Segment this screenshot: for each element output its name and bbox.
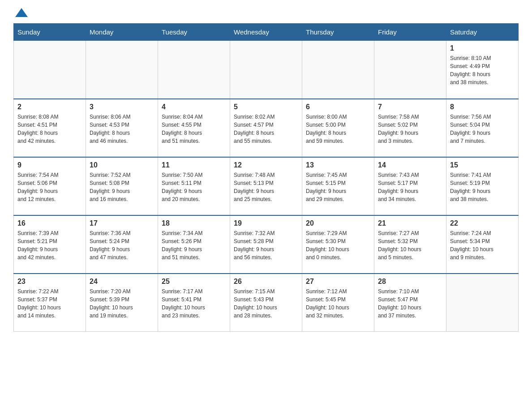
col-friday: Friday	[374, 24, 446, 41]
calendar-cell: 26Sunrise: 7:15 AM Sunset: 5:43 PM Dayli…	[230, 274, 302, 332]
calendar-cell: 4Sunrise: 8:04 AM Sunset: 4:55 PM Daylig…	[158, 99, 230, 157]
day-number: 25	[162, 278, 226, 286]
logo-triangle-icon	[15, 8, 28, 17]
calendar-cell: 10Sunrise: 7:52 AM Sunset: 5:08 PM Dayli…	[86, 157, 158, 215]
logo	[13, 9, 28, 19]
day-info: Sunrise: 7:36 AM Sunset: 5:24 PM Dayligh…	[90, 229, 154, 261]
calendar-week-row: 9Sunrise: 7:54 AM Sunset: 5:06 PM Daylig…	[14, 157, 519, 215]
day-number: 17	[90, 219, 154, 227]
col-thursday: Thursday	[302, 24, 374, 41]
calendar-cell: 6Sunrise: 8:00 AM Sunset: 5:00 PM Daylig…	[302, 99, 374, 157]
day-info: Sunrise: 7:22 AM Sunset: 5:37 PM Dayligh…	[17, 287, 82, 320]
calendar-week-row: 2Sunrise: 8:08 AM Sunset: 4:51 PM Daylig…	[14, 99, 519, 157]
day-info: Sunrise: 8:06 AM Sunset: 4:53 PM Dayligh…	[90, 113, 154, 145]
day-info: Sunrise: 7:58 AM Sunset: 5:02 PM Dayligh…	[378, 113, 442, 145]
day-number: 24	[90, 278, 154, 286]
page-header	[13, 9, 519, 19]
day-number: 9	[17, 161, 82, 169]
day-number: 18	[162, 219, 226, 227]
calendar-cell: 16Sunrise: 7:39 AM Sunset: 5:21 PM Dayli…	[14, 215, 86, 274]
day-info: Sunrise: 7:52 AM Sunset: 5:08 PM Dayligh…	[90, 171, 154, 203]
day-info: Sunrise: 8:04 AM Sunset: 4:55 PM Dayligh…	[162, 113, 226, 145]
calendar-cell: 17Sunrise: 7:36 AM Sunset: 5:24 PM Dayli…	[86, 215, 158, 274]
calendar-week-row: 1Sunrise: 8:10 AM Sunset: 4:49 PM Daylig…	[14, 41, 519, 99]
day-info: Sunrise: 7:32 AM Sunset: 5:28 PM Dayligh…	[234, 229, 298, 261]
day-info: Sunrise: 8:08 AM Sunset: 4:51 PM Dayligh…	[17, 113, 82, 145]
calendar-cell: 25Sunrise: 7:17 AM Sunset: 5:41 PM Dayli…	[158, 274, 230, 332]
calendar-cell: 5Sunrise: 8:02 AM Sunset: 4:57 PM Daylig…	[230, 99, 302, 157]
day-info: Sunrise: 7:24 AM Sunset: 5:34 PM Dayligh…	[450, 229, 515, 261]
day-number: 27	[306, 278, 370, 286]
day-number: 23	[17, 278, 82, 286]
day-info: Sunrise: 7:41 AM Sunset: 5:19 PM Dayligh…	[450, 171, 515, 203]
day-number: 14	[378, 161, 442, 169]
calendar-cell: 11Sunrise: 7:50 AM Sunset: 5:11 PM Dayli…	[158, 157, 230, 215]
calendar-cell: 27Sunrise: 7:12 AM Sunset: 5:45 PM Dayli…	[302, 274, 374, 332]
day-number: 10	[90, 161, 154, 169]
day-number: 7	[378, 103, 442, 111]
day-number: 28	[378, 278, 442, 286]
day-number: 21	[378, 219, 442, 227]
calendar-cell	[374, 41, 446, 99]
col-tuesday: Tuesday	[158, 24, 230, 41]
day-info: Sunrise: 7:29 AM Sunset: 5:30 PM Dayligh…	[306, 229, 370, 261]
day-info: Sunrise: 8:02 AM Sunset: 4:57 PM Dayligh…	[234, 113, 298, 145]
day-info: Sunrise: 7:56 AM Sunset: 5:04 PM Dayligh…	[450, 113, 515, 145]
day-info: Sunrise: 7:10 AM Sunset: 5:47 PM Dayligh…	[378, 287, 442, 320]
col-monday: Monday	[86, 24, 158, 41]
day-number: 1	[450, 44, 515, 52]
col-saturday: Saturday	[446, 24, 519, 41]
day-number: 26	[234, 278, 298, 286]
calendar-cell: 18Sunrise: 7:34 AM Sunset: 5:26 PM Dayli…	[158, 215, 230, 274]
calendar-cell: 1Sunrise: 8:10 AM Sunset: 4:49 PM Daylig…	[446, 41, 519, 99]
day-number: 13	[306, 161, 370, 169]
calendar-cell: 9Sunrise: 7:54 AM Sunset: 5:06 PM Daylig…	[14, 157, 86, 215]
calendar-cell: 23Sunrise: 7:22 AM Sunset: 5:37 PM Dayli…	[14, 274, 86, 332]
calendar-cell: 24Sunrise: 7:20 AM Sunset: 5:39 PM Dayli…	[86, 274, 158, 332]
calendar-cell: 15Sunrise: 7:41 AM Sunset: 5:19 PM Dayli…	[446, 157, 519, 215]
day-info: Sunrise: 7:45 AM Sunset: 5:15 PM Dayligh…	[306, 171, 370, 203]
calendar-cell: 7Sunrise: 7:58 AM Sunset: 5:02 PM Daylig…	[374, 99, 446, 157]
day-number: 3	[90, 103, 154, 111]
calendar-table: Sunday Monday Tuesday Wednesday Thursday…	[13, 23, 519, 332]
day-info: Sunrise: 7:34 AM Sunset: 5:26 PM Dayligh…	[162, 229, 226, 261]
col-wednesday: Wednesday	[230, 24, 302, 41]
day-number: 22	[450, 219, 515, 227]
calendar-cell	[158, 41, 230, 99]
calendar-cell	[446, 274, 519, 332]
day-info: Sunrise: 7:39 AM Sunset: 5:21 PM Dayligh…	[17, 229, 82, 261]
day-info: Sunrise: 7:27 AM Sunset: 5:32 PM Dayligh…	[378, 229, 442, 261]
calendar-cell: 19Sunrise: 7:32 AM Sunset: 5:28 PM Dayli…	[230, 215, 302, 274]
calendar-cell: 12Sunrise: 7:48 AM Sunset: 5:13 PM Dayli…	[230, 157, 302, 215]
calendar-cell: 14Sunrise: 7:43 AM Sunset: 5:17 PM Dayli…	[374, 157, 446, 215]
day-info: Sunrise: 8:10 AM Sunset: 4:49 PM Dayligh…	[450, 54, 515, 86]
calendar-cell	[14, 41, 86, 99]
calendar-cell: 8Sunrise: 7:56 AM Sunset: 5:04 PM Daylig…	[446, 99, 519, 157]
calendar-week-row: 23Sunrise: 7:22 AM Sunset: 5:37 PM Dayli…	[14, 274, 519, 332]
day-number: 16	[17, 219, 82, 227]
day-info: Sunrise: 8:00 AM Sunset: 5:00 PM Dayligh…	[306, 113, 370, 145]
day-number: 5	[234, 103, 298, 111]
calendar-cell: 3Sunrise: 8:06 AM Sunset: 4:53 PM Daylig…	[86, 99, 158, 157]
day-info: Sunrise: 7:48 AM Sunset: 5:13 PM Dayligh…	[234, 171, 298, 203]
day-number: 11	[162, 161, 226, 169]
day-info: Sunrise: 7:17 AM Sunset: 5:41 PM Dayligh…	[162, 287, 226, 320]
calendar-cell	[86, 41, 158, 99]
calendar-cell: 2Sunrise: 8:08 AM Sunset: 4:51 PM Daylig…	[14, 99, 86, 157]
day-info: Sunrise: 7:20 AM Sunset: 5:39 PM Dayligh…	[90, 287, 154, 320]
calendar-cell: 21Sunrise: 7:27 AM Sunset: 5:32 PM Dayli…	[374, 215, 446, 274]
day-info: Sunrise: 7:50 AM Sunset: 5:11 PM Dayligh…	[162, 171, 226, 203]
day-number: 20	[306, 219, 370, 227]
day-number: 19	[234, 219, 298, 227]
calendar-cell: 13Sunrise: 7:45 AM Sunset: 5:15 PM Dayli…	[302, 157, 374, 215]
calendar-cell	[230, 41, 302, 99]
day-number: 2	[17, 103, 82, 111]
calendar-week-row: 16Sunrise: 7:39 AM Sunset: 5:21 PM Dayli…	[14, 215, 519, 274]
day-info: Sunrise: 7:12 AM Sunset: 5:45 PM Dayligh…	[306, 287, 370, 320]
day-info: Sunrise: 7:54 AM Sunset: 5:06 PM Dayligh…	[17, 171, 82, 203]
calendar-cell	[302, 41, 374, 99]
day-info: Sunrise: 7:43 AM Sunset: 5:17 PM Dayligh…	[378, 171, 442, 203]
day-number: 8	[450, 103, 515, 111]
day-number: 12	[234, 161, 298, 169]
day-number: 6	[306, 103, 370, 111]
